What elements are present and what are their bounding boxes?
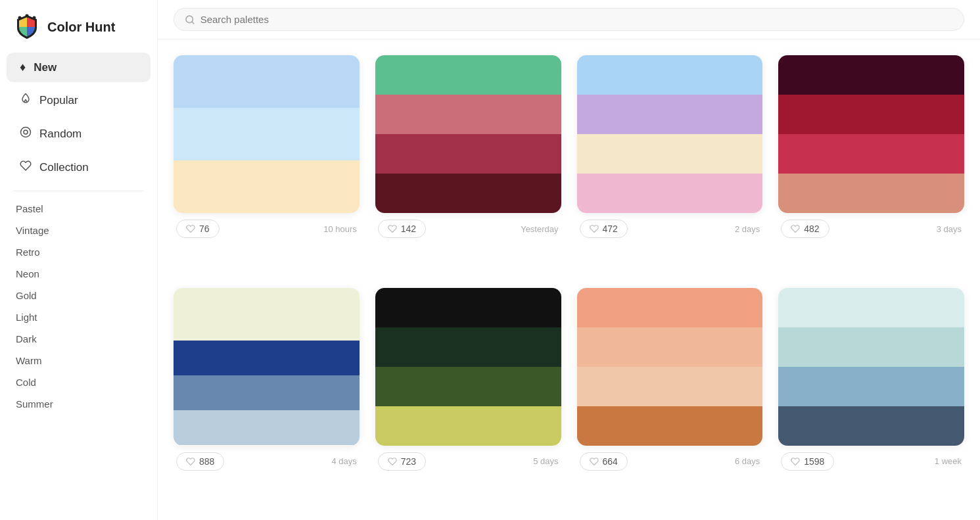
like-count-4: 482	[804, 224, 819, 234]
heart-icon-5	[186, 457, 195, 466]
time-label-3: 2 days	[735, 224, 760, 234]
nav-label-popular: Popular	[39, 94, 78, 107]
sidebar-divider	[13, 191, 144, 191]
main-content: 76 10 hours 142	[158, 0, 980, 520]
tag-retro[interactable]: Retro	[0, 241, 157, 263]
like-count-5: 888	[199, 456, 214, 467]
top-bar	[158, 0, 980, 39]
time-label-7: 6 days	[735, 456, 760, 466]
tag-gold[interactable]: Gold	[0, 285, 157, 306]
tag-warm[interactable]: Warm	[0, 350, 157, 371]
like-count-3: 472	[603, 224, 618, 234]
svg-point-7	[33, 16, 36, 20]
time-label-1: 10 hours	[323, 224, 357, 234]
heart-icon-6	[388, 457, 397, 466]
like-button-7[interactable]: 664	[580, 452, 628, 471]
tag-cold[interactable]: Cold	[0, 371, 157, 393]
like-count-8: 1598	[804, 456, 824, 467]
time-label-8: 1 week	[935, 456, 962, 466]
palette-card-7[interactable]: 664 6 days	[577, 288, 763, 505]
nav-item-random[interactable]: Random	[7, 118, 151, 149]
nav-label-random: Random	[39, 128, 82, 141]
tag-summer[interactable]: Summer	[0, 393, 157, 415]
logo-icon	[13, 13, 41, 41]
palette-card-3[interactable]: 472 2 days	[577, 55, 763, 272]
palette-card-4[interactable]: 482 3 days	[778, 55, 964, 272]
palette-card-2[interactable]: 142 Yesterday	[375, 55, 561, 272]
palette-card-5[interactable]: 888 4 days	[174, 288, 360, 505]
like-count-2: 142	[401, 224, 416, 234]
logo-area: Color Hunt	[0, 8, 157, 51]
heart-icon-8	[791, 457, 800, 466]
svg-point-5	[18, 16, 22, 20]
like-button-2[interactable]: 142	[378, 220, 426, 238]
nav-label-new: New	[34, 61, 57, 74]
nav-item-new[interactable]: ♦ New	[7, 53, 151, 82]
time-label-2: Yesterday	[521, 224, 558, 234]
like-button-6[interactable]: 723	[378, 452, 426, 471]
heart-icon-1	[186, 224, 195, 233]
tag-neon[interactable]: Neon	[0, 263, 157, 285]
time-label-5: 4 days	[331, 456, 356, 466]
tag-pastel[interactable]: Pastel	[0, 198, 157, 220]
heart-icon-3	[590, 224, 599, 233]
sidebar: Color Hunt ♦ New Popular Random Col	[0, 0, 158, 520]
nav-item-popular[interactable]: Popular	[7, 85, 151, 116]
svg-point-8	[21, 128, 31, 137]
like-count-7: 664	[603, 456, 618, 467]
search-wrap	[174, 8, 964, 31]
search-input[interactable]	[200, 14, 953, 25]
heart-icon-7	[590, 457, 599, 466]
heart-icon-4	[791, 224, 800, 233]
search-icon	[185, 14, 195, 25]
like-count-1: 76	[199, 224, 210, 234]
nav-item-collection[interactable]: Collection	[7, 152, 151, 183]
like-button-3[interactable]: 472	[580, 220, 628, 238]
random-icon	[20, 126, 32, 141]
nav-label-collection: Collection	[39, 161, 89, 174]
fire-icon	[20, 93, 32, 108]
like-button-8[interactable]: 1598	[781, 452, 834, 471]
palette-card-1[interactable]: 76 10 hours	[174, 55, 360, 272]
tag-vintage[interactable]: Vintage	[0, 220, 157, 241]
diamond-icon: ♦	[20, 60, 26, 74]
heart-icon-2	[388, 224, 397, 233]
like-button-1[interactable]: 76	[176, 220, 220, 238]
tag-light[interactable]: Light	[0, 306, 157, 328]
tag-dark[interactable]: Dark	[0, 328, 157, 350]
logo-text: Color Hunt	[47, 20, 115, 35]
palette-card-6[interactable]: 723 5 days	[375, 288, 561, 505]
svg-line-11	[192, 22, 194, 24]
like-button-4[interactable]: 482	[781, 220, 829, 238]
like-button-5[interactable]: 888	[176, 452, 224, 471]
heart-outline-icon	[20, 160, 32, 175]
time-label-4: 3 days	[937, 224, 962, 234]
palettes-grid: 76 10 hours 142	[158, 39, 980, 520]
palette-card-8[interactable]: 1598 1 week	[778, 288, 964, 505]
svg-point-9	[24, 130, 28, 134]
time-label-6: 5 days	[533, 456, 558, 466]
svg-point-6	[26, 14, 29, 18]
like-count-6: 723	[401, 456, 416, 467]
